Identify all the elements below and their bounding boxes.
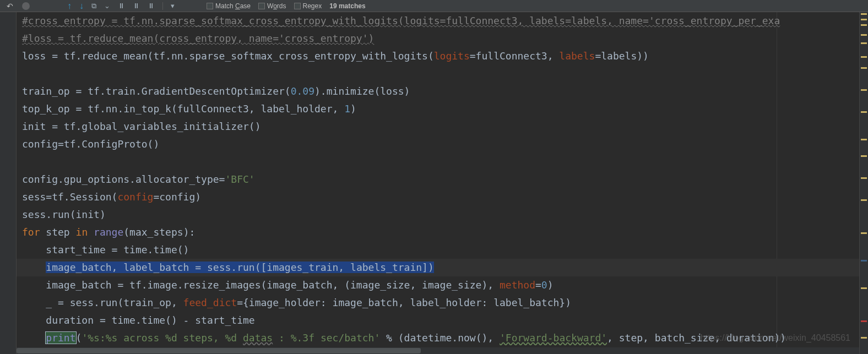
search-hit: print <box>46 332 75 344</box>
horizontal-scrollbar[interactable] <box>17 347 859 354</box>
marker-warning[interactable] <box>861 67 867 69</box>
marker-warning[interactable] <box>861 139 867 140</box>
marker-warning[interactable] <box>861 89 867 91</box>
checkbox-box <box>207 3 213 9</box>
code-line[interactable]: print('%s:%s across %d steps, %d datas :… <box>17 329 859 347</box>
code-line[interactable]: image_batch = tf.image.resize_images(ima… <box>17 276 859 294</box>
code-line[interactable] <box>17 65 859 83</box>
marker-warning[interactable] <box>861 56 867 58</box>
match-case-label: Match Case <box>215 2 251 10</box>
scrollbar-thumb[interactable] <box>17 348 421 353</box>
search-down-icon[interactable]: ↓ <box>79 1 84 11</box>
checkbox-box <box>294 3 301 9</box>
code-line[interactable]: #cross_entropy = tf.nn.sparse_softmax_cr… <box>17 12 859 30</box>
marker-warning[interactable] <box>861 34 867 36</box>
marker-warning[interactable] <box>861 177 867 179</box>
code-line[interactable]: config=tf.ConfigProto() <box>17 135 859 153</box>
regex-label: Regex <box>303 2 322 10</box>
close-search-icon[interactable] <box>22 2 30 10</box>
marker-warning[interactable] <box>861 232 867 234</box>
marker-warning[interactable] <box>861 19 867 20</box>
marker-warning[interactable] <box>861 287 867 289</box>
marker-selection[interactable] <box>861 260 867 262</box>
code-line[interactable]: for step in range(max_steps): <box>17 224 859 241</box>
prev-occurrence-icon[interactable]: ↶ <box>6 2 14 10</box>
search-up-icon[interactable]: ↑ <box>67 1 72 11</box>
checkbox-box <box>258 3 265 9</box>
marker-warning[interactable] <box>861 155 867 157</box>
text-selection: image_batch, label_batch = sess.run([ima… <box>46 262 433 273</box>
code-line[interactable]: init = tf.global_variables_initializer() <box>17 118 859 135</box>
toolbar-icon-c[interactable]: ⏸ <box>148 2 155 10</box>
code-line[interactable]: start_time = time.time() <box>17 241 859 259</box>
marker-warning[interactable] <box>861 337 867 339</box>
editor-wrap: #cross_entropy = tf.nn.sparse_softmax_cr… <box>0 12 868 354</box>
code-line[interactable]: sess.run(init) <box>17 206 859 224</box>
code-line[interactable]: duration = time.time() - start_time <box>17 312 859 329</box>
code-line[interactable]: config.gpu_options.allocator_type='BFC' <box>17 171 859 188</box>
marker-error[interactable] <box>861 320 867 322</box>
regex-checkbox[interactable]: Regex <box>294 2 322 10</box>
marker-warning[interactable] <box>861 199 867 201</box>
code-line[interactable]: top_k_op = tf.nn.in_top_k(fullConnect3, … <box>17 100 859 118</box>
words-checkbox[interactable]: Words <box>258 2 286 10</box>
add-selection-icon[interactable]: ⌄ <box>104 2 110 10</box>
match-count: 19 matches <box>329 2 365 10</box>
code-line-selected[interactable]: image_batch, label_batch = sess.run([ima… <box>17 259 859 276</box>
code-line[interactable]: _ = sess.run(train_op, feed_dict={image_… <box>17 294 859 312</box>
find-toolbar: ↶ ↑ ↓ ⧉ ⌄ ⏸ ⏸ ⏸ ▾ Match Case Words Regex… <box>0 0 868 12</box>
code-editor[interactable]: #cross_entropy = tf.nn.sparse_softmax_cr… <box>17 12 859 354</box>
select-all-icon[interactable]: ⧉ <box>91 2 96 10</box>
marker-warning[interactable] <box>861 13 867 15</box>
toolbar-separator <box>162 2 163 10</box>
marker-warning[interactable] <box>861 111 867 113</box>
toolbar-icon-a[interactable]: ⏸ <box>118 2 125 10</box>
marker-strip[interactable] <box>859 12 868 354</box>
gutter[interactable] <box>0 12 17 354</box>
filter-icon[interactable]: ▾ <box>171 2 175 10</box>
code-line[interactable]: loss = tf.reduce_mean(tf.nn.sparse_softm… <box>17 47 859 65</box>
code-line[interactable]: #loss = tf.reduce_mean(cross_entropy, na… <box>17 30 859 47</box>
code-line[interactable]: sess=tf.Session(config=config) <box>17 188 859 206</box>
match-case-checkbox[interactable]: Match Case <box>207 2 251 10</box>
marker-warning[interactable] <box>861 42 867 44</box>
toolbar-icon-b[interactable]: ⏸ <box>133 2 140 10</box>
words-label: Words <box>267 2 286 10</box>
code-line[interactable] <box>17 153 859 171</box>
code-line[interactable]: train_op = tf.train.GradientDescentOptim… <box>17 83 859 100</box>
marker-warning[interactable] <box>861 24 867 26</box>
